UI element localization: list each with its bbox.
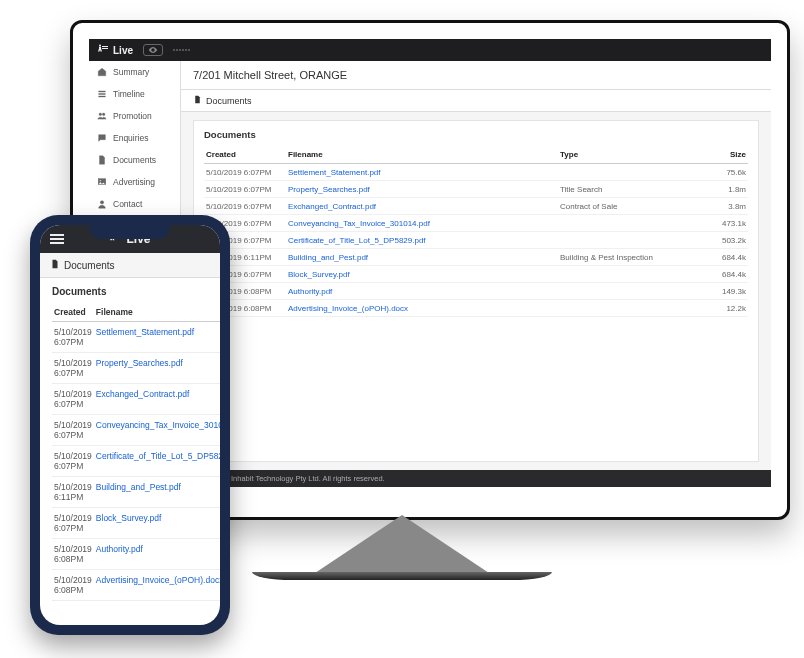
file-link[interactable]: Exchanged_Contract.pdf: [96, 389, 190, 399]
sidebar-item-label: Documents: [113, 155, 156, 165]
table-row: 5/10/2019 6:07PMSettlement_Statement.pdf…: [204, 164, 748, 181]
cell-type: Building & Pest Inspection: [558, 249, 698, 266]
monitor-stand-neck: [312, 515, 492, 575]
documents-table: Created Filename Type Size 5/10/2019 6:0…: [204, 146, 748, 317]
cell-filename: Block_Survey.pdf: [94, 508, 220, 539]
home-icon: [97, 67, 107, 77]
file-link[interactable]: Authority.pdf: [288, 287, 332, 296]
cell-created: 5/10/2019 6:07PM: [204, 164, 286, 181]
file-link[interactable]: Settlement_Statement.pdf: [288, 168, 381, 177]
cell-filename: Certificate_of_Title_Lot_5_DP5829.pdf: [286, 232, 558, 249]
sidebar-item-advertising[interactable]: Advertising: [89, 171, 180, 193]
table-row: 5/10/2019 6:11PMBuilding_and_Pest.pdfBui…: [204, 249, 748, 266]
topbar: Live: [89, 39, 771, 61]
person-icon: [97, 199, 107, 209]
cell-type: Title Search: [558, 181, 698, 198]
phone-body: Documents Created Filename 5/10/20196:07…: [40, 278, 220, 625]
cell-created: 5/10/20196:07PM: [52, 508, 94, 539]
svg-point-0: [99, 45, 101, 47]
sidebar-item-label: Contact: [113, 199, 142, 209]
sidebar-item-timeline[interactable]: Timeline: [89, 83, 180, 105]
file-link[interactable]: Building_and_Pest.pdf: [96, 482, 181, 492]
file-link[interactable]: Block_Survey.pdf: [288, 270, 350, 279]
table-row: 5/10/20196:07PMCertificate_of_Title_Lot_…: [52, 446, 220, 477]
table-row: 5/10/2019 6:07PMBlock_Survey.pdf684.4k: [204, 266, 748, 283]
brand-icon: [97, 43, 109, 57]
cell-type: [558, 266, 698, 283]
svg-point-1: [99, 113, 102, 116]
file-link[interactable]: Certificate_of_Title_Lot_5_DP5829.p: [96, 451, 220, 461]
grid-icon[interactable]: [173, 49, 190, 51]
brand-label: Live: [113, 45, 133, 56]
cell-filename: Advertising_Invoice_(oPOH).docx: [286, 300, 558, 317]
view-toggle[interactable]: [143, 44, 163, 56]
file-link[interactable]: Advertising_Invoice_(oPOH).docx: [96, 575, 220, 585]
table-row: 5/10/20196:08PMAuthority.pdf: [52, 539, 220, 570]
list-icon: [97, 89, 107, 99]
file-link[interactable]: Conveyancing_Tax_Invoice_301014.: [96, 420, 220, 430]
hamburger-icon[interactable]: [50, 234, 64, 244]
cell-type: [558, 283, 698, 300]
sidebar-item-enquiries[interactable]: Enquiries: [89, 127, 180, 149]
cell-filename: Conveyancing_Tax_Invoice_301014.pdf: [286, 215, 558, 232]
cell-filename: Building_and_Pest.pdf: [286, 249, 558, 266]
cell-size: 684.4k: [698, 249, 748, 266]
sidebar-item-summary[interactable]: Summary: [89, 61, 180, 83]
file-link[interactable]: Block_Survey.pdf: [96, 513, 162, 523]
phone-device: Live Documents Documents Created Filenam…: [30, 215, 230, 635]
sidebar-item-label: Enquiries: [113, 133, 148, 143]
phone-section-bar: Documents: [40, 253, 220, 278]
phone-card-title: Documents: [52, 286, 208, 297]
cell-type: [558, 232, 698, 249]
monitor-stand-base: [252, 572, 552, 580]
file-icon: [50, 259, 60, 271]
file-link[interactable]: Exchanged_Contract.pdf: [288, 202, 376, 211]
cell-filename: Advertising_Invoice_(oPOH).docx: [94, 570, 220, 601]
table-row: 5/10/20196:08PMAdvertising_Invoice_(oPOH…: [52, 570, 220, 601]
cell-filename: Conveyancing_Tax_Invoice_301014.: [94, 415, 220, 446]
cell-filename: Property_Searches.pdf: [94, 353, 220, 384]
section-label: Documents: [206, 96, 252, 106]
svg-point-4: [100, 180, 102, 182]
col-type: Type: [558, 146, 698, 164]
cell-filename: Certificate_of_Title_Lot_5_DP5829.p: [94, 446, 220, 477]
table-row: 5/10/20196:07PMProperty_Searches.pdf: [52, 353, 220, 384]
cell-created: 5/10/20196:08PM: [52, 570, 94, 601]
file-link[interactable]: Property_Searches.pdf: [288, 185, 370, 194]
table-row: 5/10/2019 6:07PMCertificate_of_Title_Lot…: [204, 232, 748, 249]
sidebar-item-label: Timeline: [113, 89, 145, 99]
sidebar-item-documents[interactable]: Documents: [89, 149, 180, 171]
cell-created: 5/10/2019 6:07PM: [204, 198, 286, 215]
cell-size: 684.4k: [698, 266, 748, 283]
cell-filename: Settlement_Statement.pdf: [94, 322, 220, 353]
phone-section-label: Documents: [64, 260, 115, 271]
sidebar-item-contact[interactable]: Contact: [89, 193, 180, 215]
cell-size: 12.2k: [698, 300, 748, 317]
file-link[interactable]: Advertising_Invoice_(oPOH).docx: [288, 304, 408, 313]
page-title: 7/201 Mitchell Street, ORANGE: [181, 61, 771, 90]
file-link[interactable]: Conveyancing_Tax_Invoice_301014.pdf: [288, 219, 430, 228]
file-link[interactable]: Property_Searches.pdf: [96, 358, 183, 368]
col-size: Size: [698, 146, 748, 164]
file-link[interactable]: Certificate_of_Title_Lot_5_DP5829.pdf: [288, 236, 426, 245]
svg-point-2: [102, 113, 105, 116]
phone-notch: [90, 225, 170, 239]
file-link[interactable]: Settlement_Statement.pdf: [96, 327, 194, 337]
cell-size: 149.3k: [698, 283, 748, 300]
col-filename: Filename: [286, 146, 558, 164]
cell-type: [558, 215, 698, 232]
table-row: 5/10/2019 6:07PMExchanged_Contract.pdfCo…: [204, 198, 748, 215]
table-row: 5/10/20196:07PMSettlement_Statement.pdf: [52, 322, 220, 353]
file-link[interactable]: Building_and_Pest.pdf: [288, 253, 368, 262]
phone-col-filename: Filename: [94, 303, 220, 322]
file-link[interactable]: Authority.pdf: [96, 544, 143, 554]
cell-created: 5/10/20196:07PM: [52, 353, 94, 384]
cell-created: 5/10/20196:07PM: [52, 384, 94, 415]
cell-filename: Block_Survey.pdf: [286, 266, 558, 283]
table-row: 5/10/2019 6:07PMProperty_Searches.pdfTit…: [204, 181, 748, 198]
cell-size: 1.8m: [698, 181, 748, 198]
table-row: 5/10/2019 6:07PMConveyancing_Tax_Invoice…: [204, 215, 748, 232]
cell-created: 5/10/20196:11PM: [52, 477, 94, 508]
file-icon: [97, 155, 107, 165]
sidebar-item-promotion[interactable]: Promotion: [89, 105, 180, 127]
